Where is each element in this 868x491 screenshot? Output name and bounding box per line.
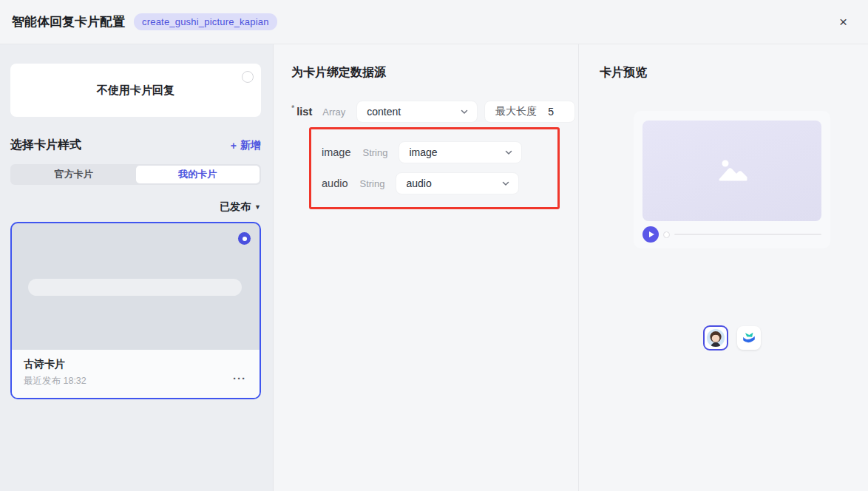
add-card-button[interactable]: + 新增 — [231, 139, 261, 152]
field-name-audio: audio — [322, 177, 347, 189]
field-type-audio: String — [359, 178, 384, 189]
chevron-down-icon — [460, 107, 469, 116]
field-row-image: image String image — [322, 141, 557, 163]
app-channel[interactable] — [737, 326, 761, 350]
header: 智能体回复卡片配置 create_gushi_picture_kapian × — [0, 0, 868, 44]
card-item-info: 古诗卡片 最近发布 18:32 — [24, 358, 87, 398]
field-type-list: Array — [322, 106, 345, 118]
app-logo-icon — [741, 330, 757, 346]
audio-source-value: audio — [406, 177, 431, 189]
card-id-badge: create_gushi_picture_kapian — [134, 13, 277, 30]
chevron-down-icon — [504, 148, 513, 157]
chevron-down-icon — [501, 179, 510, 188]
avatar-channel-selected[interactable] — [703, 325, 728, 351]
play-icon — [649, 231, 654, 237]
required-mark: * — [291, 104, 294, 112]
main-body: 不使用卡片回复 选择卡片样式 + 新增 官方卡片 我的卡片 已发布 ▼ 古诗卡片 — [0, 44, 868, 491]
audio-source-select[interactable]: audio — [396, 172, 519, 194]
caret-down-icon: ▼ — [254, 203, 261, 211]
image-source-value: image — [409, 146, 437, 158]
card-item-footer: 古诗卡片 最近发布 18:32 ··· — [12, 350, 260, 398]
page-title: 智能体回复卡片配置 — [12, 13, 125, 30]
card-item-gushi[interactable]: 古诗卡片 最近发布 18:32 ··· — [10, 222, 261, 399]
audio-slider-thumb[interactable] — [663, 231, 670, 238]
list-source-select[interactable]: content — [356, 101, 478, 123]
preview-card — [634, 111, 830, 248]
image-placeholder-icon — [713, 157, 750, 185]
radio-selected-icon[interactable] — [238, 232, 251, 245]
data-binding-panel: 为卡片绑定数据源 * list Array content 最大长度 5 ima… — [274, 44, 578, 491]
channel-icons-row — [634, 325, 830, 351]
highlight-annotation-box: image String image audio String audio — [309, 127, 560, 209]
no-card-reply-option[interactable]: 不使用卡片回复 — [10, 64, 261, 117]
field-type-image: String — [363, 147, 388, 158]
more-icon[interactable]: ··· — [233, 372, 246, 385]
audio-slider-track[interactable] — [674, 234, 821, 235]
card-preview-panel: 卡片预览 — [578, 44, 868, 491]
list-source-value: content — [367, 106, 401, 118]
tab-my-cards[interactable]: 我的卡片 — [136, 166, 260, 183]
max-length-input[interactable]: 最大长度 5 — [484, 101, 575, 123]
section-title: 选择卡片样式 — [10, 138, 81, 153]
field-row-list: * list Array content 最大长度 5 — [291, 101, 578, 123]
radio-unselected-icon[interactable] — [242, 71, 254, 83]
card-item-title: 古诗卡片 — [24, 358, 87, 371]
avatar-icon — [706, 328, 725, 348]
audio-player — [642, 226, 821, 243]
card-item-subtitle: 最近发布 18:32 — [24, 375, 87, 387]
publish-status-label: 已发布 — [220, 200, 251, 214]
card-thumbnail-skeleton — [28, 279, 242, 296]
section-header: 选择卡片样式 + 新增 — [10, 138, 261, 153]
data-binding-title: 为卡片绑定数据源 — [291, 65, 578, 81]
close-icon[interactable]: × — [839, 15, 847, 29]
preview-image-placeholder — [642, 121, 821, 221]
field-row-audio: audio String audio — [322, 172, 557, 194]
add-card-label: 新增 — [240, 139, 261, 152]
publish-status-filter[interactable]: 已发布 ▼ — [10, 200, 261, 214]
card-preview-title: 卡片预览 — [600, 65, 868, 81]
field-name-list: list — [296, 106, 312, 118]
card-style-panel: 不使用卡片回复 选择卡片样式 + 新增 官方卡片 我的卡片 已发布 ▼ 古诗卡片 — [0, 44, 274, 491]
image-source-select[interactable]: image — [399, 141, 522, 163]
max-length-value: 5 — [548, 106, 554, 118]
max-length-label: 最大长度 — [495, 105, 537, 118]
card-source-tabs: 官方卡片 我的卡片 — [10, 164, 261, 185]
no-card-reply-label: 不使用卡片回复 — [97, 84, 174, 98]
plus-icon: + — [231, 140, 237, 152]
tab-official-cards[interactable]: 官方卡片 — [12, 166, 136, 183]
radio-dot — [243, 237, 247, 241]
field-name-image: image — [322, 146, 351, 158]
play-button[interactable] — [642, 226, 659, 243]
